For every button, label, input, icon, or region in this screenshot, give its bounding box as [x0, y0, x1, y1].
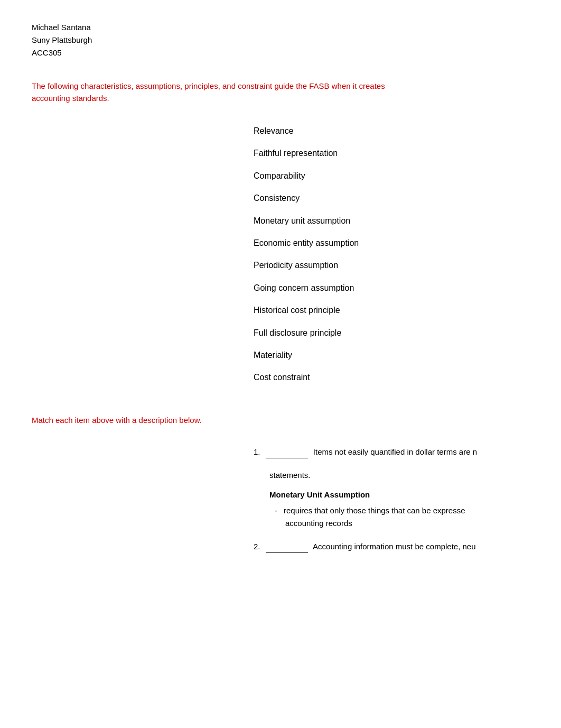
- answer-bullet-text: requires that only those things that can…: [284, 504, 465, 517]
- list-item: Periodicity assumption: [254, 254, 529, 277]
- student-course: ACC305: [32, 47, 529, 59]
- bullet-dash: -: [275, 504, 277, 517]
- question-number-2: 2.: [254, 542, 260, 551]
- answer-sub-text: accounting records: [285, 517, 529, 530]
- answer-blank-2[interactable]: [266, 552, 308, 553]
- list-item: Cost constraint: [254, 366, 529, 389]
- list-item: Going concern assumption: [254, 277, 529, 299]
- list-item: Consistency: [254, 187, 529, 209]
- question-1: 1. Items not easily quantified in dollar…: [254, 446, 529, 458]
- items-list: Relevance Faithful representation Compar…: [254, 120, 529, 389]
- answer-bullet: - requires that only those things that c…: [275, 504, 529, 517]
- question-number: 1.: [254, 447, 260, 456]
- question-text-1: Items not easily quantified in dollar te…: [313, 447, 477, 456]
- student-school: Suny Plattsburgh: [32, 34, 529, 47]
- header-section: Michael Santana Suny Plattsburgh ACC305: [32, 21, 529, 59]
- intro-text: The following characteristics, assumptio…: [32, 80, 401, 104]
- list-item: Monetary unit assumption: [254, 210, 529, 232]
- question-continuation-1: statements.: [269, 469, 529, 482]
- match-instruction: Match each item above with a description…: [32, 416, 529, 425]
- list-item: Faithful representation: [254, 142, 529, 164]
- list-item: Historical cost principle: [254, 299, 529, 321]
- answer-block: Monetary Unit Assumption - requires that…: [269, 490, 529, 530]
- list-item: Economic entity assumption: [254, 232, 529, 254]
- answer-title: Monetary Unit Assumption: [269, 490, 529, 499]
- list-item: Relevance: [254, 120, 529, 142]
- list-item: Full disclosure principle: [254, 322, 529, 344]
- student-name: Michael Santana: [32, 21, 529, 34]
- question-text-2: Accounting information must be complete,…: [313, 542, 476, 551]
- questions-section: 1. Items not easily quantified in dollar…: [254, 446, 529, 553]
- answer-blank-1[interactable]: [266, 458, 308, 458]
- list-item: Materiality: [254, 344, 529, 366]
- question-2: 2. Accounting information must be comple…: [254, 540, 529, 553]
- list-item: Comparability: [254, 165, 529, 187]
